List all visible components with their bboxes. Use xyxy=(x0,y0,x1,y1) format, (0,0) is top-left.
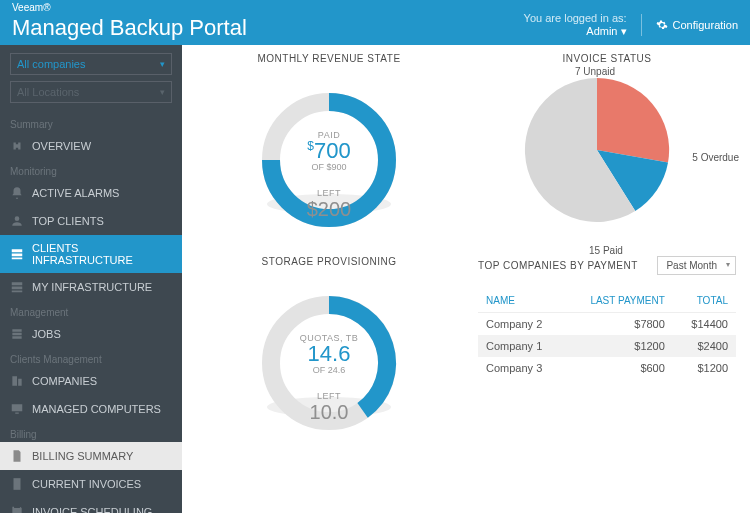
group-monitoring: Monitoring xyxy=(0,160,182,179)
sidebar-item-invoice-scheduling[interactable]: INVOICE SCHEDULING xyxy=(0,498,182,513)
sidebar-item-managed-computers[interactable]: MANAGED COMPUTERS xyxy=(0,395,182,423)
storage-title: STORAGE PROVISIONING xyxy=(200,256,458,267)
configuration-label: Configuration xyxy=(673,19,738,31)
sidebar-item-billing-summary[interactable]: BILLING SUMMARY xyxy=(0,442,182,470)
table-row[interactable]: Company 2$7800$14400 xyxy=(478,313,736,336)
col-total[interactable]: TOTAL xyxy=(673,289,736,313)
server-icon xyxy=(10,280,24,294)
table-row[interactable]: Company 3$600$1200 xyxy=(478,357,736,379)
binoculars-icon xyxy=(10,139,24,153)
sidebar-item-overview[interactable]: OVERVIEW xyxy=(0,132,182,160)
invoice-card: INVOICE STATUS 7 Unpaid 5 Overdue 15 Pai… xyxy=(478,53,736,250)
building-icon xyxy=(10,374,24,388)
label-overdue: 5 Overdue xyxy=(692,152,739,163)
table-row[interactable]: Company 1$1200$2400 xyxy=(478,335,736,357)
revenue-left-value: $200 xyxy=(239,198,419,221)
divider xyxy=(641,14,642,36)
label-unpaid: 7 Unpaid xyxy=(575,66,615,77)
slice-unpaid xyxy=(597,78,669,162)
chevron-down-icon: ▾ xyxy=(160,87,165,97)
login-info[interactable]: You are logged in as: Admin ▾ xyxy=(524,12,627,38)
person-icon xyxy=(10,214,24,228)
jobs-icon xyxy=(10,327,24,341)
storage-left-value: 10.0 xyxy=(239,401,419,424)
group-billing: Billing xyxy=(0,423,182,442)
company-filter[interactable]: All companies▾ xyxy=(10,53,172,75)
invoice-icon xyxy=(10,477,24,491)
sidebar: All companies▾ All Locations▾ Summary OV… xyxy=(0,45,182,513)
logged-in-label: You are logged in as: xyxy=(524,12,627,25)
revenue-card: MONTHLY REVENUE STATE PAID $700 OF $900 … xyxy=(200,53,458,250)
calendar-icon xyxy=(10,505,24,513)
user-dropdown[interactable]: Admin ▾ xyxy=(524,25,627,38)
group-summary: Summary xyxy=(0,113,182,132)
location-filter[interactable]: All Locations▾ xyxy=(10,81,172,103)
chevron-down-icon: ▾ xyxy=(160,59,165,69)
brand-superscript: Veeam® xyxy=(12,2,51,13)
sidebar-item-my-infrastructure[interactable]: MY INFRASTRUCTURE xyxy=(0,273,182,301)
sidebar-item-top-clients[interactable]: TOP CLIENTS xyxy=(0,207,182,235)
server-icon xyxy=(10,247,24,261)
sidebar-item-clients-infrastructure[interactable]: CLIENTS INFRASTRUCTURE xyxy=(0,235,182,273)
brand-title: Managed Backup Portal xyxy=(12,15,247,41)
monitor-icon xyxy=(10,402,24,416)
period-dropdown[interactable]: Past Month xyxy=(657,256,736,275)
group-clients-management: Clients Management xyxy=(0,348,182,367)
storage-card: STORAGE PROVISIONING QUOTAS, TB 14.6 OF … xyxy=(200,256,458,443)
document-icon xyxy=(10,449,24,463)
revenue-paid-value: $700 xyxy=(239,140,419,162)
label-paid: 15 Paid xyxy=(589,245,623,256)
app-header: Veeam® Managed Backup Portal You are log… xyxy=(0,0,750,45)
revenue-title: MONTHLY REVENUE STATE xyxy=(200,53,458,64)
group-management: Management xyxy=(0,301,182,320)
configuration-link[interactable]: Configuration xyxy=(656,19,738,31)
invoice-pie xyxy=(517,70,677,230)
content-area: MONTHLY REVENUE STATE PAID $700 OF $900 … xyxy=(182,45,750,513)
storage-value: 14.6 xyxy=(239,343,419,365)
col-last-payment[interactable]: LAST PAYMENT xyxy=(565,289,673,313)
col-name[interactable]: NAME xyxy=(478,289,565,313)
sidebar-item-current-invoices[interactable]: CURRENT INVOICES xyxy=(0,470,182,498)
top-companies-card: TOP COMPANIES BY PAYMENT Past Month NAME… xyxy=(478,256,736,443)
top-companies-table: NAME LAST PAYMENT TOTAL Company 2$7800$1… xyxy=(478,289,736,379)
top-companies-title: TOP COMPANIES BY PAYMENT xyxy=(478,260,638,271)
gear-icon xyxy=(656,19,668,31)
sidebar-item-alarms[interactable]: ACTIVE ALARMS xyxy=(0,179,182,207)
bell-icon xyxy=(10,186,24,200)
sidebar-item-companies[interactable]: COMPANIES xyxy=(0,367,182,395)
sidebar-item-jobs[interactable]: JOBS xyxy=(0,320,182,348)
invoice-title: INVOICE STATUS xyxy=(478,53,736,64)
